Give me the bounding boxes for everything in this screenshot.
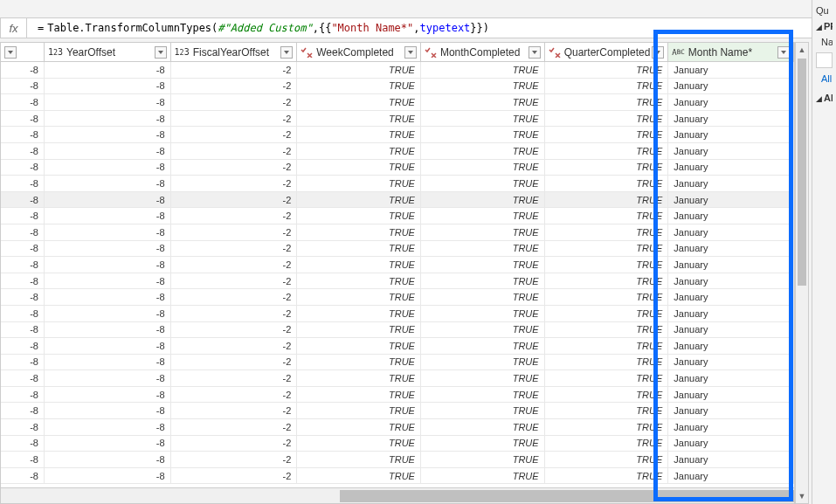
- table-row[interactable]: -8-8-2TRUETRUETRUEJanuary: [1, 160, 794, 176]
- table-row[interactable]: -8-8-2TRUETRUETRUEJanuary: [1, 387, 794, 404]
- table-row[interactable]: -8-8-2TRUETRUETRUEJanuary: [1, 143, 794, 160]
- column-filter-button[interactable]: [777, 46, 790, 59]
- cell: TRUE: [297, 208, 421, 224]
- horizontal-scrollbar[interactable]: [1, 487, 794, 503]
- fx-icon[interactable]: fx: [1, 18, 27, 38]
- cell: TRUE: [545, 224, 669, 240]
- cell: TRUE: [545, 370, 669, 386]
- table-row[interactable]: -8-8-2TRUETRUETRUEJanuary: [1, 419, 794, 436]
- vertical-scrollbar[interactable]: ▲ ▼: [795, 42, 809, 504]
- table-row[interactable]: -8-8-2TRUETRUETRUEJanuary: [1, 127, 794, 143]
- formula-keyword-text: text: [445, 22, 470, 34]
- cell: -8: [1, 452, 45, 467]
- cell: TRUE: [297, 160, 421, 176]
- cell: TRUE: [297, 176, 421, 191]
- cell: TRUE: [545, 289, 669, 305]
- table-row[interactable]: -8-8-2TRUETRUETRUEJanuary: [1, 224, 794, 241]
- column-header-stub[interactable]: [1, 43, 45, 61]
- column-header-fiscalyearoffset[interactable]: 123FiscalYearOffset: [171, 43, 298, 61]
- cell: -2: [171, 176, 298, 191]
- cell: -2: [171, 468, 298, 484]
- column-filter-button[interactable]: [529, 46, 541, 59]
- cell: -8: [45, 208, 171, 224]
- table-row[interactable]: -8-8-2TRUETRUETRUEJanuary: [1, 403, 794, 419]
- cell: January: [668, 403, 794, 418]
- applied-steps-section[interactable]: ◢AP: [816, 93, 833, 103]
- column-filter-button[interactable]: [652, 46, 664, 59]
- cell: -8: [1, 192, 45, 208]
- table-row[interactable]: -8-8-2TRUETRUETRUEJanuary: [1, 176, 794, 192]
- column-header-monthcompleted[interactable]: MonthCompleted: [421, 43, 545, 61]
- table-row[interactable]: -8-8-2TRUETRUETRUEJanuary: [1, 62, 794, 79]
- table-row[interactable]: -8-8-2TRUETRUETRUEJanuary: [1, 306, 794, 322]
- cell: January: [668, 224, 794, 240]
- column-header-weekcompleted[interactable]: WeekCompleted: [297, 43, 421, 61]
- properties-section[interactable]: ◢PR: [816, 21, 833, 31]
- cell: -8: [45, 111, 171, 127]
- cell: January: [668, 94, 794, 110]
- cell: -8: [45, 338, 171, 354]
- table-row[interactable]: -8-8-2TRUETRUETRUEJanuary: [1, 355, 794, 371]
- name-input[interactable]: [816, 52, 833, 68]
- cell: -2: [171, 355, 298, 370]
- cell: -8: [1, 224, 45, 240]
- table-row[interactable]: -8-8-2TRUETRUETRUEJanuary: [1, 273, 794, 290]
- scroll-up-icon[interactable]: ▲: [796, 43, 808, 57]
- table-row[interactable]: -8-8-2TRUETRUETRUEJanuary: [1, 257, 794, 273]
- name-label: Na: [816, 37, 833, 47]
- cell: -8: [1, 273, 45, 289]
- cell: TRUE: [421, 403, 545, 418]
- scroll-down-icon[interactable]: ▼: [796, 489, 808, 503]
- column-filter-button[interactable]: [280, 46, 293, 59]
- cell: -8: [1, 289, 45, 305]
- table-row[interactable]: -8-8-2TRUETRUETRUEJanuary: [1, 322, 794, 339]
- table-row[interactable]: -8-8-2TRUETRUETRUEJanuary: [1, 111, 794, 128]
- cell: TRUE: [421, 355, 545, 370]
- all-properties-link[interactable]: All: [816, 73, 833, 84]
- cell: -8: [45, 436, 171, 452]
- column-filter-button[interactable]: [4, 46, 17, 59]
- cell: -8: [45, 160, 171, 176]
- table-row[interactable]: -8-8-2TRUETRUETRUEJanuary: [1, 241, 794, 258]
- data-rows-area[interactable]: -8-8-2TRUETRUETRUEJanuary-8-8-2TRUETRUET…: [1, 62, 794, 487]
- cell: January: [668, 111, 794, 127]
- cell: TRUE: [297, 338, 421, 354]
- cell: -2: [171, 370, 298, 386]
- cell: January: [668, 127, 794, 142]
- cell: TRUE: [421, 79, 545, 94]
- table-row[interactable]: -8-8-2TRUETRUETRUEJanuary: [1, 208, 794, 224]
- column-filter-button[interactable]: [155, 46, 167, 59]
- cell: TRUE: [297, 127, 421, 142]
- cell: January: [668, 143, 794, 159]
- cell: TRUE: [545, 192, 669, 208]
- vertical-scroll-thumb[interactable]: [798, 59, 806, 286]
- cell: January: [668, 387, 794, 403]
- cell: January: [668, 338, 794, 354]
- table-row[interactable]: -8-8-2TRUETRUETRUEJanuary: [1, 452, 794, 468]
- cell: January: [668, 160, 794, 176]
- text-type-icon: ABC: [672, 48, 684, 57]
- cell: TRUE: [545, 127, 669, 142]
- table-row[interactable]: -8-8-2TRUETRUETRUEJanuary: [1, 289, 794, 306]
- cell: TRUE: [421, 257, 545, 273]
- table-row[interactable]: -8-8-2TRUETRUETRUEJanuary: [1, 370, 794, 387]
- column-header-monthname[interactable]: ABCMonth Name*: [668, 43, 794, 61]
- formula-keyword-type: type: [420, 22, 446, 34]
- cell: -2: [171, 160, 298, 176]
- cell: -8: [1, 370, 45, 386]
- table-row[interactable]: -8-8-2TRUETRUETRUEJanuary: [1, 436, 794, 452]
- table-row[interactable]: -8-8-2TRUETRUETRUEJanuary: [1, 468, 794, 485]
- cell: -2: [171, 306, 298, 321]
- column-filter-button[interactable]: [404, 46, 417, 59]
- table-row[interactable]: -8-8-2TRUETRUETRUEJanuary: [1, 79, 794, 95]
- formula-input[interactable]: = Table.TransformColumnTypes( #"Added Cu…: [27, 18, 835, 38]
- cell: -2: [171, 436, 298, 452]
- column-header-yearoffset[interactable]: 123YearOffset: [45, 43, 171, 61]
- column-header-quartercompleted[interactable]: QuarterCompleted: [545, 43, 669, 61]
- cell: TRUE: [297, 192, 421, 208]
- cell: -8: [45, 387, 171, 403]
- horizontal-scroll-thumb[interactable]: [340, 490, 794, 502]
- table-row[interactable]: -8-8-2TRUETRUETRUEJanuary: [1, 338, 794, 355]
- table-row[interactable]: -8-8-2TRUETRUETRUEJanuary: [1, 192, 794, 209]
- table-row[interactable]: -8-8-2TRUETRUETRUEJanuary: [1, 94, 794, 111]
